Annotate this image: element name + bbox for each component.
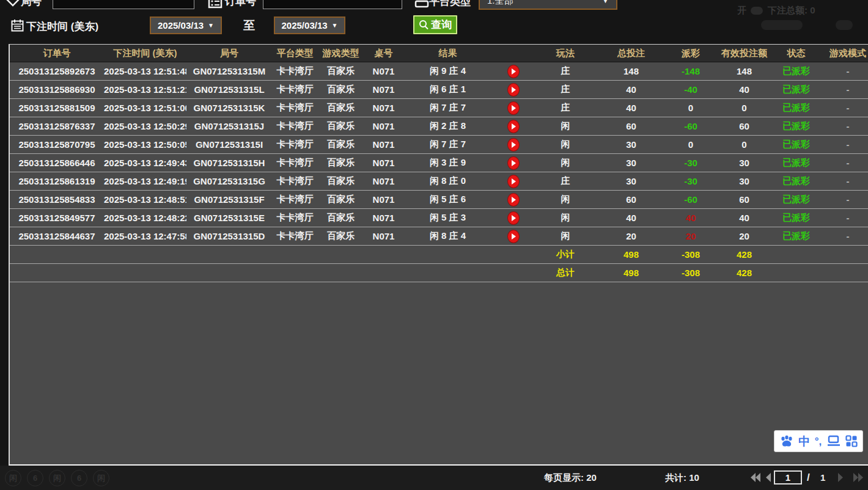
cell-empty [104,264,186,282]
cell-play-type: 庄 [535,81,596,99]
page-number-input[interactable]: 1 [774,470,802,485]
next-page-icon[interactable] [837,472,845,483]
bet-records-table: 订单号下注时间 (美东)局号平台类型游戏类型桌号结果玩法总投注派彩有效投注额状态… [9,44,868,466]
cell-status: 已派彩 [773,191,819,209]
table-row: 2503131258664462025-03-13 12:49:43GN0712… [10,154,868,172]
ime-chinese-mode[interactable]: 中 [798,436,810,447]
cell-result: 闲 3 庄 9 [403,154,492,172]
column-header: 订单号 [10,45,104,62]
keyboard-tray-icon[interactable] [826,434,841,448]
cell-payout: 40 [666,209,715,227]
column-header: 状态 [773,45,819,62]
cell-status: 已派彩 [773,99,819,117]
cell-replay [492,62,535,81]
search-button[interactable]: 查询 [413,15,457,34]
cell-replay [492,209,535,227]
play-video-icon[interactable] [507,138,520,152]
cell-payout: -308 [666,264,715,282]
ime-punctuation-mode[interactable]: °, [815,436,822,447]
game-no-input[interactable] [53,0,194,9]
cell-empty [10,264,104,282]
cell-total-bet: 30 [596,136,666,154]
cell-valid-bet: 428 [715,246,773,264]
column-header: 下注时间 (美东) [104,45,186,62]
cell-empty [364,264,403,282]
cell-result: 闲 2 庄 8 [403,117,492,136]
column-header: 游戏模式 [819,45,868,62]
cell-game-mode: - [819,154,868,172]
cell-result: 闲 7 庄 7 [403,136,492,154]
ghost-rect [836,20,853,30]
cell-order-no: 250313125870795 [10,136,104,154]
ghost-marker: 闲 [93,470,109,486]
cell-valid-bet: 60 [715,191,773,209]
ghost-marker: 闲 [5,470,21,486]
cell-platform: 卡卡湾厅 [272,117,318,136]
cell-order-no: 250313125881509 [10,99,104,117]
cell-payout: -40 [666,81,715,99]
order-list-icon [208,0,223,9]
cell-table-no: N071 [364,62,403,81]
cell-table-no: N071 [364,227,403,246]
cell-replay [492,172,535,191]
cell-game-type: 百家乐 [318,99,364,117]
prev-page-icon[interactable] [764,472,771,483]
cell-order-no: 250313125866446 [10,154,104,172]
ghost-marker: 6 [71,470,87,486]
platform-select[interactable]: 1.全部 ▼ [479,0,617,10]
column-header: 总投注 [596,45,666,62]
cell-empty [773,246,819,264]
cell-empty [819,246,868,264]
cell-table-no: N071 [364,117,403,136]
ime-toolbar: 中 °, [774,430,863,452]
cell-empty [492,264,535,282]
play-video-icon[interactable] [507,211,520,225]
cell-game-type: 百家乐 [318,62,364,81]
play-video-icon[interactable] [507,156,520,170]
cell-total-bet: 30 [596,154,666,172]
grid-menu-icon[interactable] [845,435,858,447]
cell-order-no: 250313125886930 [10,81,104,99]
date-to-picker[interactable]: 2025/03/13 ▼ [274,16,345,34]
cell-game-mode: - [819,81,868,99]
cell-result: 闲 5 庄 3 [403,209,492,227]
first-page-icon[interactable] [749,472,762,483]
cell-platform: 卡卡湾厅 [272,191,318,209]
table-row: 2503131258926732025-03-13 12:51:48GN0712… [10,62,868,81]
cell-total-bet: 60 [596,117,666,136]
last-page-icon[interactable] [852,472,864,483]
per-page-label: 每页显示: 20 [544,466,597,490]
cell-game-type: 百家乐 [318,117,364,136]
date-from-picker[interactable]: 2025/03/13 ▼ [150,16,222,34]
play-video-icon[interactable] [507,230,520,243]
cell-valid-bet: 30 [715,172,773,191]
page-separator: / [807,466,810,490]
order-no-input[interactable] [263,0,402,9]
ghost-rect [761,20,803,30]
cell-valid-bet: 148 [715,62,773,81]
cell-payout: -148 [666,62,715,81]
platform-label: 平台类型 [429,0,471,9]
platform-select-value: 1.全部 [487,0,513,7]
cell-order-no: 250313125861319 [10,172,104,191]
cell-game-mode: - [819,191,868,209]
table-row: 2503131258763372025-03-13 12:50:29GN0712… [10,117,868,136]
chevron-down-icon: ▼ [332,23,338,29]
cell-status: 已派彩 [773,227,819,246]
date-to-value: 2025/03/13 [282,20,328,31]
cell-bet-time: 2025-03-13 12:49:19 [104,172,186,191]
paw-icon[interactable] [779,434,794,448]
play-video-icon[interactable] [507,65,520,78]
cell-game-mode: - [819,99,868,117]
play-video-icon[interactable] [507,120,520,133]
play-video-icon[interactable] [507,193,520,207]
cell-total-bet: 148 [596,62,666,81]
total-pages: 1 [820,466,825,490]
cell-game-type: 百家乐 [318,81,364,99]
cell-bet-time: 2025-03-13 12:50:29 [104,117,186,136]
play-video-icon[interactable] [507,175,520,188]
play-video-icon[interactable] [507,101,520,115]
cell-game-no: GN0712531315F [186,191,272,209]
cell-game-mode: - [819,227,868,246]
play-video-icon[interactable] [507,83,520,97]
